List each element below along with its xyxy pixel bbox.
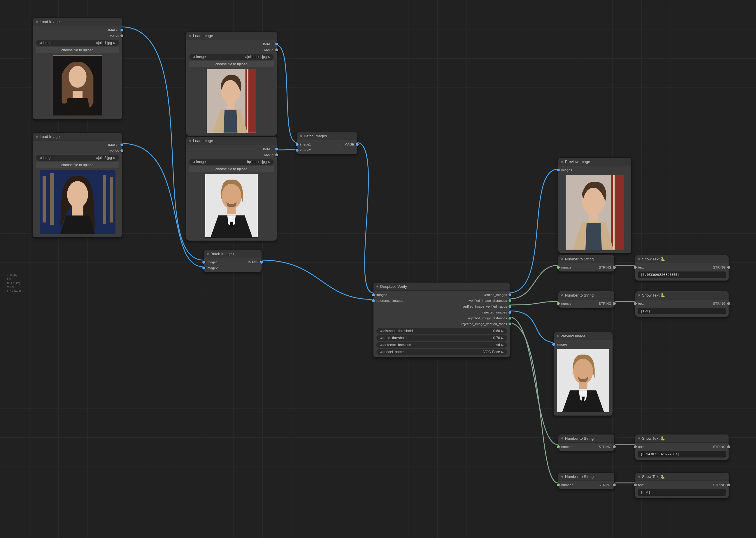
input-port-image1[interactable] <box>202 260 206 264</box>
collapse-dot-icon[interactable] <box>638 294 640 296</box>
output-port-string[interactable] <box>613 302 616 305</box>
input-port-text[interactable] <box>633 445 637 449</box>
node-title[interactable]: Load Image <box>186 137 277 145</box>
prev-arrow-icon[interactable]: ◀ <box>379 343 383 347</box>
output-port-rejected-ratios[interactable] <box>508 322 512 326</box>
node-title[interactable]: Load Image <box>33 133 122 141</box>
collapse-dot-icon[interactable] <box>377 286 378 288</box>
prev-arrow-icon[interactable]: ◀ <box>191 160 196 164</box>
collapse-dot-icon[interactable] <box>638 258 640 260</box>
upload-button[interactable]: choose file to upload <box>189 61 274 67</box>
upload-button[interactable]: choose file to upload <box>189 166 274 172</box>
ratio-threshold-widget[interactable]: ◀ratio_threshold0.70▶ <box>377 335 507 341</box>
output-port-image[interactable] <box>120 143 124 147</box>
output-port-string[interactable] <box>727 483 731 487</box>
output-port-mask[interactable] <box>120 149 124 152</box>
node-title[interactable]: Preview Image <box>558 158 631 166</box>
collapse-dot-icon[interactable] <box>557 335 559 337</box>
next-arrow-icon[interactable]: ▶ <box>500 336 505 340</box>
collapse-dot-icon[interactable] <box>300 135 302 137</box>
upload-button[interactable]: choose file to upload <box>36 162 119 168</box>
output-port-verified-images[interactable] <box>508 293 512 296</box>
node-batch-images-2[interactable]: Batch Images image1IMAGE image2 <box>204 249 262 272</box>
output-port-string[interactable] <box>613 483 616 487</box>
output-port-mask[interactable] <box>275 153 278 157</box>
node-number-to-string-1[interactable]: Number to String numberSTRING <box>558 255 615 272</box>
output-port-string[interactable] <box>613 266 616 269</box>
node-title[interactable]: Show Text 🐍 <box>635 255 729 263</box>
output-port-string[interactable] <box>727 266 731 269</box>
output-port-string[interactable] <box>727 302 731 305</box>
output-port-image[interactable] <box>260 260 263 264</box>
node-title[interactable]: Show Text 🐍 <box>635 291 729 299</box>
collapse-dot-icon[interactable] <box>189 140 191 142</box>
input-port-text[interactable] <box>633 266 637 269</box>
node-preview-image-2[interactable]: Preview Image images <box>553 332 613 416</box>
input-port-images[interactable] <box>372 293 375 296</box>
node-title[interactable]: Batch Images <box>297 132 357 140</box>
output-port-verified-ratios[interactable] <box>508 305 512 308</box>
output-port-string[interactable] <box>727 445 731 449</box>
node-load-image-1[interactable]: Load Image IMAGE MASK ◀imageajolie1.jpg▶… <box>33 18 122 120</box>
node-number-to-string-4[interactable]: Number to String numberSTRING <box>558 472 615 489</box>
collapse-dot-icon[interactable] <box>638 476 640 478</box>
node-title[interactable]: Load Image <box>33 18 122 26</box>
collapse-dot-icon[interactable] <box>561 161 563 163</box>
output-port-mask[interactable] <box>120 34 124 38</box>
output-port-image[interactable] <box>275 147 278 151</box>
prev-arrow-icon[interactable]: ◀ <box>379 350 383 354</box>
input-port-image1[interactable] <box>295 142 299 146</box>
output-port-image[interactable] <box>355 142 359 146</box>
upload-button[interactable]: choose file to upload <box>36 47 119 53</box>
output-port-mask[interactable] <box>275 48 278 52</box>
next-arrow-icon[interactable]: ▶ <box>500 329 505 333</box>
input-port-number[interactable] <box>557 445 560 449</box>
node-title[interactable]: Preview Image <box>554 332 613 340</box>
node-title[interactable]: Show Text 🐍 <box>635 435 729 443</box>
prev-arrow-icon[interactable]: ◀ <box>379 329 383 333</box>
node-load-image-4[interactable]: Load Image IMAGE MASK ◀imagebpitttest1.j… <box>186 136 277 241</box>
detector-backend-widget[interactable]: ◀detector_backendssd▶ <box>377 342 507 348</box>
input-port-text[interactable] <box>633 483 637 487</box>
node-show-text-1[interactable]: Show Text 🐍 textSTRING [0.46336965058903… <box>635 255 729 281</box>
next-arrow-icon[interactable]: ▶ <box>267 55 272 59</box>
input-port-image2[interactable] <box>202 266 206 270</box>
prev-arrow-icon[interactable]: ◀ <box>191 55 196 59</box>
next-arrow-icon[interactable]: ▶ <box>267 160 272 164</box>
node-preview-image-1[interactable]: Preview Image images <box>558 157 631 253</box>
collapse-dot-icon[interactable] <box>561 437 563 439</box>
node-load-image-3[interactable]: Load Image IMAGE MASK ◀imageajolietest1.… <box>186 31 277 136</box>
node-title[interactable]: Show Text 🐍 <box>635 473 729 481</box>
input-port-images[interactable] <box>552 343 555 346</box>
node-batch-images-1[interactable]: Batch Images image1IMAGE image2 <box>297 132 357 155</box>
collapse-dot-icon[interactable] <box>638 437 640 439</box>
collapse-dot-icon[interactable] <box>561 258 563 260</box>
image-file-widget[interactable]: ◀imagebpitttest1.jpg▶ <box>189 159 274 165</box>
image-file-widget[interactable]: ◀imageajolietest1.jpg▶ <box>189 54 274 60</box>
node-title[interactable]: Number to String <box>558 255 614 263</box>
next-arrow-icon[interactable]: ▶ <box>112 156 117 160</box>
prev-arrow-icon[interactable]: ◀ <box>38 41 43 45</box>
node-number-to-string-3[interactable]: Number to String numberSTRING <box>558 434 615 451</box>
node-load-image-2[interactable]: Load Image IMAGE MASK ◀imageajolie2.jpg▶… <box>33 133 122 237</box>
input-port-text[interactable] <box>633 302 637 305</box>
output-port-image[interactable] <box>120 28 124 32</box>
prev-arrow-icon[interactable]: ◀ <box>38 156 43 160</box>
output-port-image[interactable] <box>275 42 278 46</box>
collapse-dot-icon[interactable] <box>36 21 38 23</box>
input-port-reference[interactable] <box>372 299 375 302</box>
output-port-verified-distances[interactable] <box>508 299 512 302</box>
node-title[interactable]: Load Image <box>186 32 277 40</box>
output-port-rejected-images[interactable] <box>508 310 512 314</box>
input-port-number[interactable] <box>557 266 560 269</box>
next-arrow-icon[interactable]: ▶ <box>500 350 505 354</box>
node-title[interactable]: Deepface Verify <box>374 283 510 291</box>
node-title[interactable]: Number to String <box>558 473 614 481</box>
prev-arrow-icon[interactable]: ◀ <box>379 336 383 340</box>
input-port-number[interactable] <box>557 302 560 305</box>
node-number-to-string-2[interactable]: Number to String numberSTRING <box>558 291 615 308</box>
node-show-text-3[interactable]: Show Text 🐍 textSTRING [0.94307113297270… <box>635 434 729 460</box>
collapse-dot-icon[interactable] <box>561 476 563 478</box>
node-deepface-verify[interactable]: Deepface Verify imagesverified_images re… <box>373 282 510 357</box>
distance-threshold-widget[interactable]: ◀distance_threshold0.60▶ <box>377 328 507 334</box>
